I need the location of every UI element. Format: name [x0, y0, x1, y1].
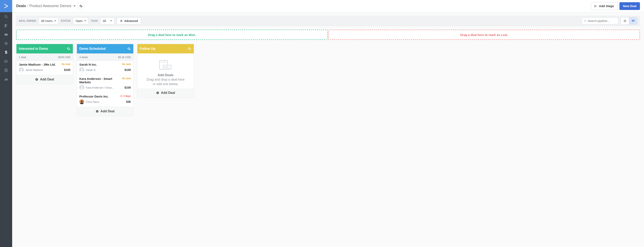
stage-column: Demo Scheduled3 deals$3.2k USDSarah N In… — [77, 44, 134, 116]
pipeline-selector[interactable]: Product Awesome Demos — [30, 4, 72, 8]
tags-select[interactable]: All — [100, 18, 114, 24]
svg-rect-20 — [595, 5, 595, 7]
search-pipeline[interactable] — [582, 18, 618, 24]
topbar: Deals / Product Awesome Demos Add Stage … — [12, 0, 644, 12]
add-deal-label: Add Deal — [40, 78, 54, 81]
svg-point-12 — [4, 62, 5, 63]
svg-point-27 — [122, 21, 122, 21]
stage-title: Demo Scheduled — [79, 47, 106, 51]
empty-line: Drag and drop a deal here — [147, 78, 185, 81]
owner-select[interactable]: All Users — [38, 18, 58, 24]
stage-header: Follow Up — [137, 44, 194, 53]
svg-point-2 — [5, 24, 6, 26]
breadcrumb-root[interactable]: Deals — [16, 4, 26, 8]
add-deal-button[interactable]: Add Deal — [77, 107, 133, 116]
deal-task-badge: No task — [122, 77, 131, 80]
campaigns-nav-icon[interactable] — [0, 30, 12, 39]
add-deal-button[interactable]: Add Deal — [16, 75, 73, 84]
deal-card[interactable]: Sarah N Inc.No taskSarah N$100 — [77, 61, 133, 75]
reports-nav-icon[interactable] — [0, 75, 12, 84]
deal-contact: Kara Andersen / Smar... — [79, 85, 114, 90]
empty-stage: Add DealsDrag and drop a deal hereor add… — [137, 53, 194, 88]
view-toggle — [621, 17, 637, 25]
lists-nav-icon[interactable] — [0, 57, 12, 66]
deal-contact: Chris Davis — [79, 99, 99, 104]
breadcrumb: Deals / Product Awesome Demos — [16, 4, 76, 8]
new-deal-button[interactable]: New Deal — [620, 2, 640, 10]
svg-point-0 — [5, 15, 7, 18]
automations-nav-icon[interactable] — [0, 39, 12, 48]
svg-text:$: $ — [5, 50, 7, 55]
stage-column: Interested in Demo1 deal$100 USDJamie Ma… — [16, 44, 73, 84]
avatar-icon — [19, 67, 24, 72]
add-deal-button[interactable]: Add Deal — [137, 88, 194, 97]
svg-rect-17 — [5, 79, 5, 80]
avatar-icon — [79, 67, 84, 72]
svg-line-1 — [6, 17, 8, 18]
deals-nav-icon[interactable]: $ — [0, 48, 12, 57]
svg-point-26 — [120, 20, 121, 20]
empty-title: Add Deals — [158, 73, 174, 77]
add-deal-label: Add Deal — [161, 91, 175, 95]
svg-rect-34 — [632, 20, 633, 22]
stage-header: Interested in Demo — [16, 44, 73, 53]
sliders-icon — [120, 20, 123, 22]
deal-amount: $100 — [124, 86, 131, 89]
svg-point-3 — [6, 25, 7, 26]
contacts-nav-icon[interactable] — [0, 21, 12, 30]
deal-amount: $100 — [124, 68, 131, 72]
deal-title: Sarah N Inc. — [79, 63, 97, 66]
add-deal-label: Add Deal — [100, 109, 114, 113]
status-select[interactable]: Open — [73, 18, 88, 24]
won-dropzone-label: Drag a deal here to mark as Won. — [148, 33, 196, 37]
search-input[interactable] — [588, 19, 616, 23]
owner-label: DEAL OWNER — [19, 20, 36, 22]
stage-total: $100 USD — [58, 56, 70, 59]
pipeline-board: Interested in Demo1 deal$100 USDJamie Ma… — [12, 40, 644, 120]
stage-total: $3.2k USD — [118, 56, 131, 59]
svg-line-30 — [586, 21, 586, 22]
stage-header: Demo Scheduled — [77, 44, 133, 53]
svg-point-43 — [81, 69, 82, 70]
add-stage-button[interactable]: Add Stage — [591, 2, 618, 10]
pipeline-name: Product Awesome Demos — [30, 4, 72, 8]
sidenav: $ — [0, 0, 12, 247]
deal-card[interactable]: Professor Davis Inc.3 daysChris Davis$3k — [77, 93, 133, 107]
new-deal-label: New Deal — [623, 4, 636, 8]
deal-contact: Jamie Madison — [19, 67, 43, 72]
stage-gear-icon[interactable] — [188, 47, 191, 51]
status-label: STATUS — [61, 20, 70, 22]
tags-value: All — [103, 19, 106, 23]
stage-gear-icon[interactable] — [127, 47, 131, 51]
tags-label: TAGS — [91, 20, 98, 22]
svg-point-48 — [81, 100, 83, 102]
add-stage-label: Add Stage — [599, 4, 614, 8]
dropzones: Drag a deal here to mark as Won. Drag a … — [16, 30, 640, 40]
chevron-down-icon[interactable] — [74, 6, 76, 7]
stage-gear-icon[interactable] — [67, 47, 70, 51]
pipeline-settings-button[interactable] — [78, 3, 84, 10]
stage-stats: 3 deals$3.2k USD — [77, 53, 133, 61]
deal-task-badge: No task — [62, 63, 70, 66]
lost-dropzone-label: Drag a deal here to mark as Lost. — [460, 33, 508, 37]
list-icon — [623, 19, 626, 23]
advanced-filter-button[interactable]: Advanced — [117, 18, 141, 24]
svg-rect-55 — [163, 65, 171, 69]
svg-point-45 — [81, 86, 82, 88]
deal-card[interactable]: Jamie Madison - JMe Ltd.No taskJamie Mad… — [16, 61, 73, 75]
lost-dropzone[interactable]: Drag a deal here to mark as Lost. — [328, 30, 640, 40]
list-view-button[interactable] — [621, 18, 629, 24]
won-dropzone[interactable]: Drag a deal here to mark as Won. — [16, 30, 328, 40]
app-logo-icon[interactable] — [0, 0, 12, 12]
board-view-button[interactable] — [629, 18, 637, 24]
deal-title: Jamie Madison - JMe Ltd. — [19, 63, 56, 66]
deal-card[interactable]: Kara Andersen - Smart MarketsNo taskKara… — [77, 75, 133, 93]
stage-title: Follow Up — [140, 47, 155, 51]
search-nav-icon[interactable] — [0, 12, 12, 21]
stage-deal-count: 1 deal — [19, 56, 26, 59]
forms-nav-icon[interactable] — [0, 66, 12, 75]
search-icon — [584, 20, 586, 22]
filterbar: DEAL OWNER All Users STATUS Open TAGS Al… — [16, 16, 640, 26]
deal-task-badge: No task — [122, 63, 131, 66]
deal-amount: $100 — [64, 68, 70, 72]
